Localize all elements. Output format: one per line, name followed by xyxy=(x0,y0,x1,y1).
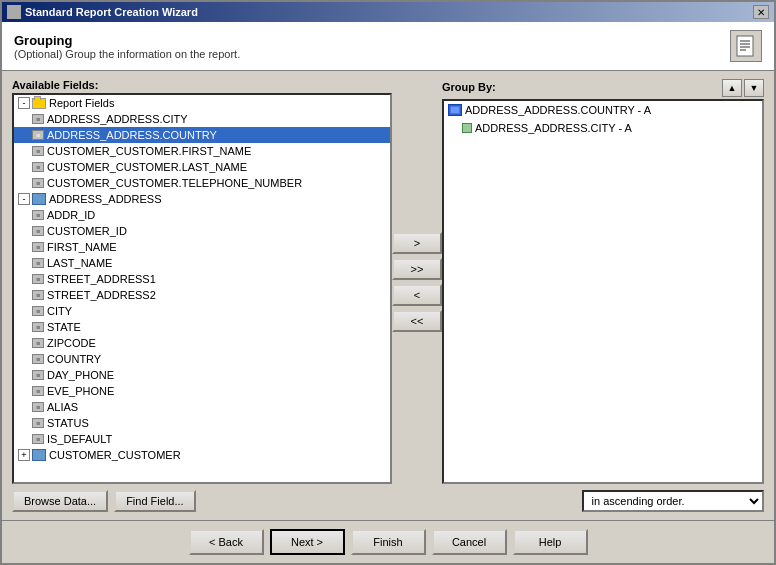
folder-icon xyxy=(32,98,46,109)
cancel-button[interactable]: Cancel xyxy=(432,529,507,555)
tree-item-af-telephone[interactable]: ≡ CUSTOMER_CUSTOMER.TELEPHONE_NUMBER xyxy=(14,175,390,191)
tree-item-af-last-name[interactable]: ≡ CUSTOMER_CUSTOMER.LAST_NAME xyxy=(14,159,390,175)
tree-label: ADDRESS_ADDRESS.COUNTRY xyxy=(47,129,217,141)
expand-icon[interactable]: + xyxy=(18,449,30,461)
tree-item-state[interactable]: ≡ STATE xyxy=(14,319,390,335)
title-bar-left: Standard Report Creation Wizard xyxy=(7,5,198,19)
tree-item-customer-id[interactable]: ≡ CUSTOMER_ID xyxy=(14,223,390,239)
tree-label: LAST_NAME xyxy=(47,257,112,269)
footer: < Back Next > Finish Cancel Help xyxy=(2,520,774,563)
tree-item-af-country[interactable]: ≡ ADDRESS_ADDRESS.COUNTRY xyxy=(14,127,390,143)
back-button[interactable]: < Back xyxy=(189,529,264,555)
tree-label: ADDR_ID xyxy=(47,209,95,221)
field-icon: ≡ xyxy=(32,274,44,284)
group-item-city[interactable]: ADDRESS_ADDRESS.CITY - A xyxy=(444,119,762,137)
group-svg xyxy=(449,105,461,115)
tree-label: FIRST_NAME xyxy=(47,241,117,253)
field-icon: ≡ xyxy=(32,162,44,172)
middle-buttons: > >> < << xyxy=(392,79,442,484)
group-by-container[interactable]: ADDRESS_ADDRESS.COUNTRY - A ADDRESS_ADDR… xyxy=(442,99,764,484)
tree-item-country[interactable]: ≡ COUNTRY xyxy=(14,351,390,367)
header-title: Grouping xyxy=(14,33,240,48)
tree-label: CUSTOMER_CUSTOMER xyxy=(49,449,181,461)
group-icon xyxy=(448,104,462,116)
tree-item-customer-customer[interactable]: + CUSTOMER_CUSTOMER xyxy=(14,447,390,463)
report-icon xyxy=(734,34,758,58)
tree-label: STREET_ADDRESS2 xyxy=(47,289,156,301)
tree-item-eve-phone[interactable]: ≡ EVE_PHONE xyxy=(14,383,390,399)
tree-item-addr-id[interactable]: ≡ ADDR_ID xyxy=(14,207,390,223)
sort-buttons: ▲ ▼ xyxy=(722,79,764,97)
panels-row: Available Fields: - Report Fields ≡ ADDR… xyxy=(12,79,764,484)
available-fields-tree[interactable]: - Report Fields ≡ ADDRESS_ADDRESS.CITY ≡… xyxy=(12,93,392,484)
tree-label: STATE xyxy=(47,321,81,333)
tree-label: ZIPCODE xyxy=(47,337,96,349)
order-select[interactable]: in ascending order. in descending order. xyxy=(582,490,764,512)
add-one-button[interactable]: > xyxy=(392,232,442,254)
tree-label: Report Fields xyxy=(49,97,114,109)
field-icon: ≡ xyxy=(32,242,44,252)
header-icon xyxy=(730,30,762,62)
field-icon: ≡ xyxy=(32,386,44,396)
tree-item-alias[interactable]: ≡ ALIAS xyxy=(14,399,390,415)
tree-item-day-phone[interactable]: ≡ DAY_PHONE xyxy=(14,367,390,383)
tree-item-address-address[interactable]: - ADDRESS_ADDRESS xyxy=(14,191,390,207)
expand-icon[interactable]: - xyxy=(18,193,30,205)
tree-label: COUNTRY xyxy=(47,353,101,365)
help-button[interactable]: Help xyxy=(513,529,588,555)
bottom-row: Browse Data... Find Field... in ascendin… xyxy=(12,490,764,512)
tree-item-last-name[interactable]: ≡ LAST_NAME xyxy=(14,255,390,271)
tree-item-zipcode[interactable]: ≡ ZIPCODE xyxy=(14,335,390,351)
field-icon: ≡ xyxy=(32,226,44,236)
field-icon: ≡ xyxy=(32,418,44,428)
tree-item-af-city[interactable]: ≡ ADDRESS_ADDRESS.CITY xyxy=(14,111,390,127)
remove-one-button[interactable]: < xyxy=(392,284,442,306)
finish-button[interactable]: Finish xyxy=(351,529,426,555)
available-fields-label: Available Fields: xyxy=(12,79,392,91)
find-field-button[interactable]: Find Field... xyxy=(114,490,195,512)
tree-label: ADDRESS_ADDRESS xyxy=(49,193,161,205)
tree-item-street1[interactable]: ≡ STREET_ADDRESS1 xyxy=(14,271,390,287)
field-icon: ≡ xyxy=(32,130,44,140)
tree-item-first-name[interactable]: ≡ FIRST_NAME xyxy=(14,239,390,255)
tree-item-city[interactable]: ≡ CITY xyxy=(14,303,390,319)
tree-label: STATUS xyxy=(47,417,89,429)
group-by-label: Group By: xyxy=(442,81,496,93)
db-icon xyxy=(32,449,46,461)
right-panel: Group By: ▲ ▼ ADDRESS_ADDRESS xyxy=(442,79,764,484)
field-icon: ≡ xyxy=(32,146,44,156)
tree-item-status[interactable]: ≡ STATUS xyxy=(14,415,390,431)
group-item-country[interactable]: ADDRESS_ADDRESS.COUNTRY - A xyxy=(444,101,762,119)
header-section: Grouping (Optional) Group the informatio… xyxy=(2,22,774,71)
tree-label: CITY xyxy=(47,305,72,317)
tree-item-street2[interactable]: ≡ STREET_ADDRESS2 xyxy=(14,287,390,303)
tree-label: IS_DEFAULT xyxy=(47,433,112,445)
expand-icon[interactable]: - xyxy=(18,97,30,109)
tree-item-is-default[interactable]: ≡ IS_DEFAULT xyxy=(14,431,390,447)
remove-all-button[interactable]: << xyxy=(392,310,442,332)
close-button[interactable]: ✕ xyxy=(753,5,769,19)
sort-down-button[interactable]: ▼ xyxy=(744,79,764,97)
tree-label: ADDRESS_ADDRESS.CITY xyxy=(47,113,188,125)
tree-label: CUSTOMER_ID xyxy=(47,225,127,237)
svg-rect-5 xyxy=(450,106,460,114)
header-subtitle: (Optional) Group the information on the … xyxy=(14,48,240,60)
tree-label: ALIAS xyxy=(47,401,78,413)
tree-label: DAY_PHONE xyxy=(47,369,114,381)
browse-data-button[interactable]: Browse Data... xyxy=(12,490,108,512)
field-icon: ≡ xyxy=(32,322,44,332)
left-panel: Available Fields: - Report Fields ≡ ADDR… xyxy=(12,79,392,484)
tree-item-report-fields[interactable]: - Report Fields xyxy=(14,95,390,111)
db-icon xyxy=(32,193,46,205)
next-button[interactable]: Next > xyxy=(270,529,345,555)
field-icon: ≡ xyxy=(32,178,44,188)
field-icon: ≡ xyxy=(32,370,44,380)
panel-header-row: Group By: ▲ ▼ xyxy=(442,79,764,97)
tree-item-af-first-name[interactable]: ≡ CUSTOMER_CUSTOMER.FIRST_NAME xyxy=(14,143,390,159)
main-content: Available Fields: - Report Fields ≡ ADDR… xyxy=(2,71,774,520)
add-all-button[interactable]: >> xyxy=(392,258,442,280)
sort-up-button[interactable]: ▲ xyxy=(722,79,742,97)
field-icon: ≡ xyxy=(32,338,44,348)
field-icon: ≡ xyxy=(32,354,44,364)
tree-label: CUSTOMER_CUSTOMER.TELEPHONE_NUMBER xyxy=(47,177,302,189)
